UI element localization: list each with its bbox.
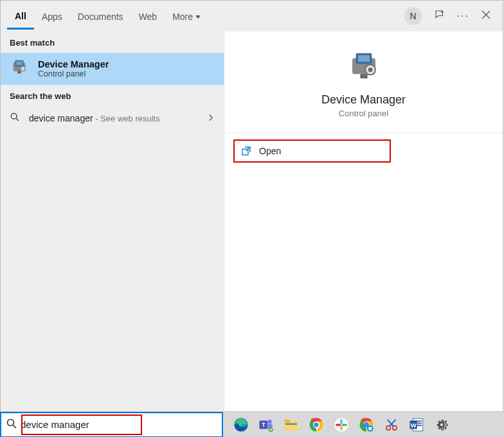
open-label: Open bbox=[259, 146, 281, 156]
svg-line-19 bbox=[14, 425, 17, 428]
svg-line-9 bbox=[16, 118, 19, 121]
best-match-text: Device Manager Control panel bbox=[38, 59, 109, 78]
svg-rect-28 bbox=[285, 423, 297, 424]
tab-apps[interactable]: Apps bbox=[34, 4, 70, 28]
result-title: Device Manager bbox=[38, 59, 109, 69]
svg-text:T: T bbox=[262, 421, 266, 428]
chevron-down-icon bbox=[195, 15, 201, 19]
search-web-label: Search the web bbox=[1, 85, 224, 106]
settings-icon[interactable] bbox=[430, 413, 453, 436]
device-manager-icon bbox=[346, 49, 381, 84]
search-body: Best match Device Manager Control panel … bbox=[1, 31, 503, 411]
svg-point-6 bbox=[21, 66, 26, 71]
svg-point-18 bbox=[8, 419, 14, 425]
preview-pane: Device Manager Control panel Open bbox=[224, 31, 503, 411]
search-input[interactable] bbox=[17, 419, 217, 430]
taskbar: T W bbox=[0, 411, 504, 437]
feedback-icon[interactable] bbox=[434, 9, 446, 23]
web-result-text: device manager - See web results bbox=[29, 112, 160, 124]
svg-rect-15 bbox=[360, 74, 367, 78]
svg-rect-33 bbox=[340, 419, 342, 424]
open-icon bbox=[241, 146, 251, 156]
word-icon[interactable]: W bbox=[405, 413, 428, 436]
results-list: Best match Device Manager Control panel … bbox=[1, 31, 224, 411]
preview-header: Device Manager Control panel bbox=[224, 31, 503, 133]
edge-icon[interactable] bbox=[230, 413, 253, 436]
tab-more[interactable]: More bbox=[165, 4, 208, 28]
tab-web[interactable]: Web bbox=[131, 4, 165, 28]
svg-rect-40 bbox=[368, 427, 372, 430]
more-options-icon[interactable]: ··· bbox=[457, 10, 469, 22]
svg-rect-36 bbox=[336, 424, 341, 425]
tab-documents[interactable]: Documents bbox=[70, 4, 131, 28]
svg-rect-12 bbox=[358, 55, 370, 62]
start-search-panel: All Apps Documents Web More N ··· Best m… bbox=[0, 0, 503, 412]
search-filter-bar: All Apps Documents Web More N ··· bbox=[1, 1, 503, 31]
user-avatar[interactable]: N bbox=[404, 7, 422, 25]
slack-icon[interactable] bbox=[330, 413, 353, 436]
result-subtitle: Control panel bbox=[38, 69, 109, 78]
top-right-controls: N ··· bbox=[404, 7, 496, 25]
teams-icon[interactable]: T bbox=[255, 413, 278, 436]
svg-point-8 bbox=[11, 113, 17, 119]
svg-rect-34 bbox=[342, 424, 347, 425]
svg-text:W: W bbox=[411, 422, 417, 429]
web-result-row[interactable]: device manager - See web results bbox=[1, 106, 224, 130]
best-match-result[interactable]: Device Manager Control panel bbox=[1, 53, 224, 85]
taskbar-pinned-apps: T W bbox=[223, 412, 453, 437]
chevron-right-icon bbox=[207, 112, 215, 124]
search-icon bbox=[10, 112, 20, 124]
snipping-tool-icon[interactable] bbox=[380, 413, 403, 436]
svg-point-0 bbox=[441, 11, 443, 13]
svg-rect-35 bbox=[340, 425, 342, 430]
preview-actions: Open bbox=[224, 133, 503, 169]
preview-title: Device Manager bbox=[321, 93, 406, 107]
close-icon[interactable] bbox=[481, 10, 491, 22]
svg-rect-5 bbox=[16, 62, 22, 66]
svg-point-14 bbox=[368, 67, 372, 72]
device-manager-icon bbox=[10, 58, 29, 80]
chrome-icon[interactable] bbox=[305, 413, 328, 436]
file-explorer-icon[interactable] bbox=[280, 413, 303, 436]
open-button[interactable]: Open bbox=[233, 139, 391, 163]
filter-tabs: All Apps Documents Web More bbox=[7, 3, 208, 30]
preview-subtitle: Control panel bbox=[339, 109, 388, 118]
svg-rect-7 bbox=[17, 71, 21, 74]
search-icon bbox=[6, 418, 17, 431]
svg-point-23 bbox=[267, 419, 272, 424]
best-match-label: Best match bbox=[1, 31, 224, 53]
taskbar-search[interactable] bbox=[0, 412, 223, 438]
svg-rect-27 bbox=[284, 419, 290, 422]
tab-all[interactable]: All bbox=[7, 3, 34, 30]
chrome-beta-icon[interactable] bbox=[355, 413, 378, 436]
